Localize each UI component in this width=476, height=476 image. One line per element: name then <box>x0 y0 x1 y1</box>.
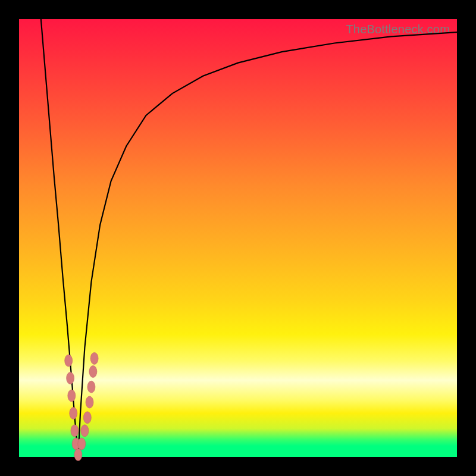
plot-area: TheBottleneck.com <box>19 19 457 457</box>
curve-right-branch <box>78 32 457 457</box>
marker-point <box>89 365 97 377</box>
chart-frame: TheBottleneck.com <box>0 0 476 476</box>
marker-point <box>87 381 95 393</box>
marker-point <box>90 352 98 364</box>
marker-point <box>74 449 82 461</box>
marker-point <box>86 396 93 408</box>
marker-point <box>81 425 89 437</box>
curve-group <box>41 19 457 457</box>
marker-point <box>68 390 76 402</box>
marker-point <box>78 438 86 450</box>
marker-point <box>70 407 77 419</box>
marker-point <box>71 425 79 437</box>
marker-point <box>67 372 74 384</box>
chart-overlay <box>19 19 457 457</box>
marker-point <box>83 412 91 424</box>
marker-group <box>65 352 98 461</box>
marker-point <box>65 355 73 367</box>
